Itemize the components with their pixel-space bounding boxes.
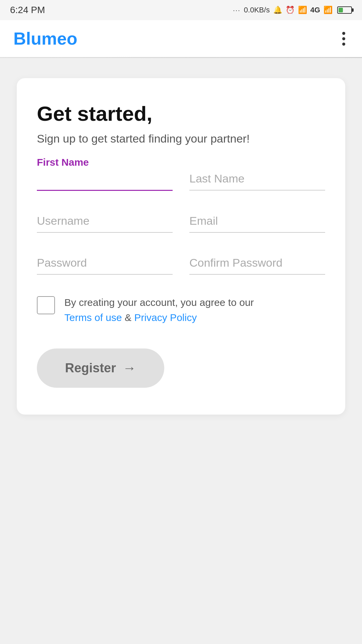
terms-prefix: By creating your account, you agree to o… <box>64 297 254 308</box>
password-input[interactable] <box>37 253 173 275</box>
menu-dot-1 <box>342 32 345 35</box>
register-button[interactable]: Register → <box>37 348 164 388</box>
first-name-field: First Name <box>37 169 173 191</box>
status-time: 6:24 PM <box>10 5 45 15</box>
card-title: Get started, <box>37 102 325 125</box>
battery-fill <box>339 8 343 12</box>
password-field <box>37 253 173 275</box>
last-name-input[interactable] <box>189 169 325 191</box>
menu-dot-2 <box>342 37 345 40</box>
alarm-icon: ⏰ <box>286 6 295 14</box>
menu-dot-3 <box>342 43 345 46</box>
card-subtitle: Sign up to get started finding your part… <box>37 132 325 145</box>
confirm-password-field <box>189 253 325 275</box>
name-row: First Name <box>37 169 325 191</box>
register-label: Register <box>65 361 116 375</box>
status-bar: 6:24 PM ··· 0.0KB/s 🔔 ⏰ 📶 4G 📶 <box>0 0 362 20</box>
signal-icon-2: 📶 <box>323 6 333 14</box>
privacy-policy-link[interactable]: Privacy Policy <box>134 312 197 323</box>
terms-text: By creating your account, you agree to o… <box>64 295 254 325</box>
first-name-input[interactable] <box>37 169 173 191</box>
main-content: Get started, Sign up to get started find… <box>0 58 362 435</box>
battery-icon <box>337 6 352 14</box>
arrow-icon: → <box>123 361 136 376</box>
username-input[interactable] <box>37 211 173 233</box>
confirm-password-input[interactable] <box>189 253 325 275</box>
more-options-button[interactable] <box>339 29 349 49</box>
signup-card: Get started, Sign up to get started find… <box>17 78 345 415</box>
username-field <box>37 211 173 233</box>
username-email-row <box>37 211 325 233</box>
email-field <box>189 211 325 233</box>
terms-separator: & <box>125 312 134 323</box>
password-row <box>37 253 325 275</box>
terms-checkbox[interactable] <box>37 296 55 314</box>
first-name-label: First Name <box>37 157 89 168</box>
app-bar: Blumeo <box>0 20 362 57</box>
network-speed: 0.0KB/s <box>244 6 270 14</box>
mute-icon: 🔔 <box>273 6 282 14</box>
last-name-field <box>189 169 325 191</box>
network-type: 4G <box>310 6 320 14</box>
status-dots: ··· <box>233 6 241 14</box>
app-title: Blumeo <box>13 29 77 49</box>
terms-row: By creating your account, you agree to o… <box>37 295 325 325</box>
signal-icon: 📶 <box>298 6 307 14</box>
terms-of-use-link[interactable]: Terms of use <box>64 312 122 323</box>
status-right-icons: ··· 0.0KB/s 🔔 ⏰ 📶 4G 📶 <box>233 6 352 14</box>
email-input[interactable] <box>189 211 325 233</box>
